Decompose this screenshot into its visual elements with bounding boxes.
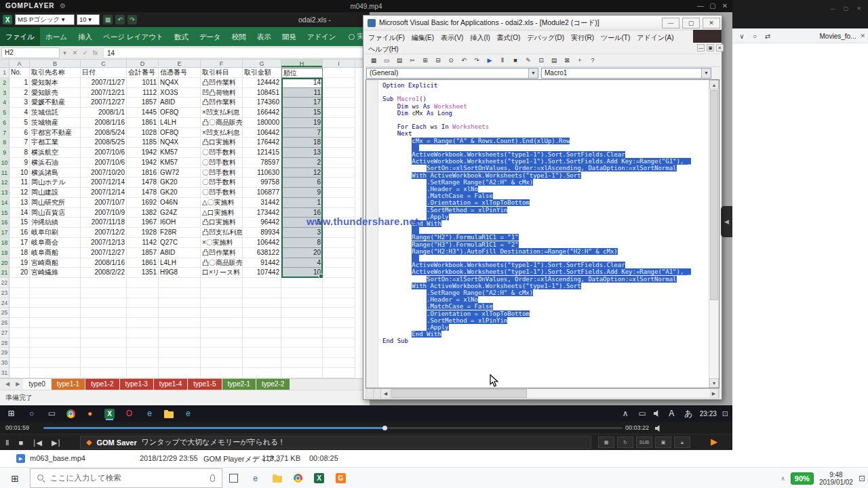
cell[interactable]: 15	[281, 108, 323, 118]
row-header-20[interactable]: 20	[0, 258, 9, 268]
cell[interactable]: 愛知製本	[30, 78, 81, 88]
row-header-16[interactable]: 16	[0, 218, 9, 228]
cell[interactable]: 89934	[243, 228, 281, 238]
row-header-3[interactable]: 3	[0, 88, 9, 98]
microphone-icon[interactable]	[210, 474, 215, 482]
row-header-25[interactable]: 25	[0, 308, 9, 318]
row-header-1[interactable]: 1	[0, 68, 9, 78]
scroll-right-icon[interactable]: ▶	[709, 389, 719, 398]
row-header-5[interactable]: 5	[0, 108, 9, 118]
cell[interactable]	[159, 308, 201, 318]
cell[interactable]: 8	[281, 238, 323, 248]
maximize-button[interactable]: ▢	[682, 18, 700, 28]
cell[interactable]: 岐阜商船	[30, 248, 81, 258]
cell[interactable]	[323, 298, 355, 308]
cell[interactable]	[281, 318, 323, 328]
cell[interactable]	[9, 368, 30, 378]
cell[interactable]	[127, 368, 159, 378]
cell[interactable]	[323, 188, 355, 198]
chrome-icon[interactable]	[294, 474, 302, 483]
menu-item-7[interactable]: ツール(T)	[597, 32, 633, 42]
copy-icon[interactable]: ⊞	[419, 55, 431, 66]
cell[interactable]: Q27C	[159, 238, 201, 248]
sheet-tab-type1-4[interactable]: type1-4	[154, 379, 187, 390]
scrollbar-thumb[interactable]	[710, 90, 718, 300]
cell[interactable]: 1857	[127, 98, 159, 108]
cell[interactable]: F28R	[159, 228, 201, 238]
row-header-31[interactable]: 31	[0, 368, 9, 378]
cell[interactable]: 凹凸荷物料	[201, 88, 243, 98]
chevron-up-icon[interactable]: ∧	[620, 408, 631, 420]
child-restore-button[interactable]: ▣	[707, 44, 714, 52]
edge-icon[interactable]: e	[182, 408, 194, 420]
ribbon-tab-3[interactable]: ページ レイアウト	[98, 27, 169, 46]
cell[interactable]: 9	[281, 188, 323, 198]
subtitle-button[interactable]: SUB	[636, 436, 652, 448]
cell[interactable]	[323, 348, 355, 358]
cell[interactable]	[9, 298, 30, 308]
cell[interactable]	[81, 318, 127, 328]
redo-icon[interactable]: ↷	[127, 15, 137, 24]
cell[interactable]	[323, 228, 355, 238]
scroll-left-icon[interactable]: ◀	[381, 389, 391, 398]
cell[interactable]: 3	[9, 98, 30, 108]
cell[interactable]: 茨城物産	[30, 118, 81, 128]
cell[interactable]	[323, 98, 355, 108]
paste-icon[interactable]: ⊟	[432, 55, 444, 66]
cell[interactable]: 1142	[127, 238, 159, 248]
stop-button[interactable]: ■	[18, 439, 23, 447]
column-header-D[interactable]: D	[127, 60, 159, 67]
minimize-button[interactable]: —	[830, 5, 835, 12]
cell[interactable]	[201, 288, 243, 298]
gom-icon[interactable]: G	[336, 473, 346, 483]
cell[interactable]	[323, 358, 355, 368]
cell[interactable]: ×凹支払利息	[201, 108, 243, 118]
cell[interactable]: 1185	[127, 138, 159, 148]
cell[interactable]	[30, 298, 81, 308]
cell[interactable]: 〇凹手数料	[201, 168, 243, 178]
row-header-8[interactable]: 8	[0, 138, 9, 148]
cell[interactable]: 沖縄紡績	[30, 218, 81, 228]
cell[interactable]: 岡山ホテル	[30, 178, 81, 188]
view-host-icon[interactable]: ▦	[368, 55, 380, 66]
row-header-12[interactable]: 12	[0, 178, 9, 188]
cell[interactable]	[201, 338, 243, 348]
vertical-scrollbar[interactable]: ▲ ▼	[709, 80, 719, 388]
cell[interactable]: 16	[9, 228, 30, 238]
cell[interactable]	[243, 348, 281, 358]
formula-input[interactable]: 14	[103, 47, 368, 58]
cell[interactable]: 1816	[127, 168, 159, 178]
chevron-up-icon[interactable]: ∧	[781, 475, 785, 482]
cell[interactable]: 1011	[127, 78, 159, 88]
gom-title-bar[interactable]: GOMPLAYER ⚙ m049.mp4 — ▢ ✕	[0, 0, 732, 12]
cell[interactable]	[281, 298, 323, 308]
sheet-next-button[interactable]: ▶	[13, 379, 22, 390]
cell[interactable]: 2008/1/16	[81, 118, 127, 128]
cell[interactable]: NQ4X	[159, 78, 201, 88]
cell[interactable]	[159, 328, 201, 338]
excel-icon[interactable]: X	[104, 409, 115, 419]
cell[interactable]: 岡山百貨店	[30, 208, 81, 218]
cell[interactable]: 1478	[127, 188, 159, 198]
cell[interactable]: 1928	[127, 228, 159, 238]
cell[interactable]	[323, 268, 355, 278]
cell[interactable]	[243, 278, 281, 288]
capture-button[interactable]: ▣	[655, 436, 671, 448]
cell[interactable]: KM57	[159, 148, 201, 158]
cell[interactable]: 〇凹手数料	[201, 158, 243, 168]
cell[interactable]: 14	[9, 208, 30, 218]
chevron-down-icon[interactable]: ▼	[528, 68, 538, 78]
cell[interactable]	[243, 358, 281, 368]
cell[interactable]: OF8Q	[159, 128, 201, 138]
cell[interactable]	[81, 358, 127, 368]
start-icon[interactable]: ⊞	[5, 408, 17, 420]
cell[interactable]: 口×リース料	[201, 268, 243, 278]
cell[interactable]	[30, 328, 81, 338]
cell[interactable]	[127, 318, 159, 328]
folder-icon[interactable]	[273, 476, 282, 483]
column-header-A[interactable]: A	[9, 60, 30, 67]
cell[interactable]: 1692	[127, 198, 159, 208]
eject-button[interactable]: ▲	[674, 436, 690, 448]
cell[interactable]: 19	[9, 258, 30, 268]
cell[interactable]	[30, 338, 81, 348]
